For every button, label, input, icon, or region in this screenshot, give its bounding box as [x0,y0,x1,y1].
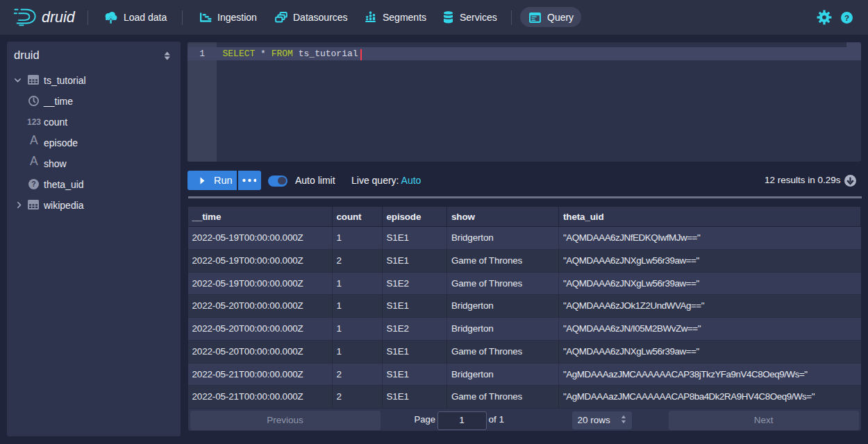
svg-text:?: ? [31,180,35,188]
svg-text:?: ? [844,13,849,22]
